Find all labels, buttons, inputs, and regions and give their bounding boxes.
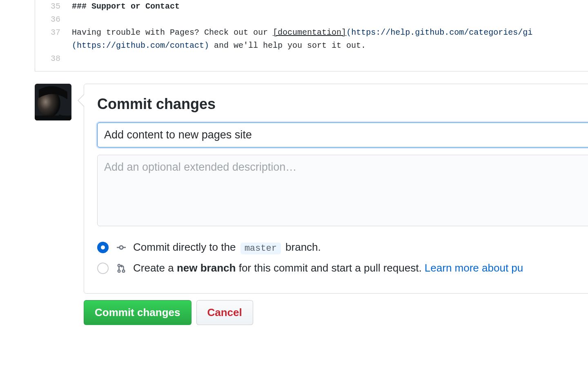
git-commit-icon bbox=[116, 242, 127, 253]
svg-rect-2 bbox=[35, 116, 71, 120]
radio-commit-direct-label: Commit directly to the master branch. bbox=[133, 239, 321, 255]
line-content[interactable]: Having trouble with Pages? Check out our… bbox=[72, 26, 532, 39]
line-content[interactable]: ### Support or Contact bbox=[72, 0, 180, 13]
svg-point-7 bbox=[118, 270, 120, 272]
radio-new-branch[interactable]: Create a new branch for this commit and … bbox=[97, 260, 588, 276]
commit-changes-button[interactable]: Commit changes bbox=[84, 300, 192, 325]
branch-name-badge: master bbox=[241, 243, 281, 254]
svg-point-3 bbox=[120, 245, 123, 249]
svg-point-8 bbox=[122, 270, 125, 272]
code-line[interactable]: (https://github.com/contact) and we'll h… bbox=[35, 39, 588, 52]
line-number: 37 bbox=[35, 26, 72, 39]
radio-commit-direct[interactable]: Commit directly to the master branch. bbox=[97, 239, 588, 255]
radio-unselected-icon bbox=[97, 263, 109, 274]
learn-more-link[interactable]: Learn more about pu bbox=[425, 262, 523, 274]
git-pull-request-icon bbox=[116, 263, 127, 274]
speech-caret bbox=[78, 94, 84, 107]
line-number: 36 bbox=[35, 13, 72, 26]
line-number: 38 bbox=[35, 52, 72, 65]
commit-description-input[interactable] bbox=[97, 155, 588, 226]
commit-summary-input[interactable] bbox=[97, 122, 588, 147]
line-content[interactable]: (https://github.com/contact) and we'll h… bbox=[72, 39, 366, 52]
commit-changes-box: Commit changes Commit directly to the ma… bbox=[84, 84, 588, 294]
commit-heading: Commit changes bbox=[97, 96, 588, 113]
radio-new-branch-label: Create a new branch for this commit and … bbox=[133, 260, 523, 276]
line-number: 35 bbox=[35, 0, 72, 13]
code-line[interactable]: 38 bbox=[35, 52, 588, 65]
code-editor[interactable]: 35### Support or Contact3637Having troub… bbox=[35, 0, 588, 71]
svg-point-6 bbox=[118, 264, 120, 267]
code-line[interactable]: 35### Support or Contact bbox=[35, 0, 588, 13]
line-number bbox=[35, 39, 72, 52]
radio-selected-icon bbox=[97, 242, 109, 253]
code-line[interactable]: 37Having trouble with Pages? Check out o… bbox=[35, 26, 588, 39]
avatar bbox=[35, 84, 71, 120]
code-line[interactable]: 36 bbox=[35, 13, 588, 26]
cancel-button[interactable]: Cancel bbox=[196, 300, 253, 325]
